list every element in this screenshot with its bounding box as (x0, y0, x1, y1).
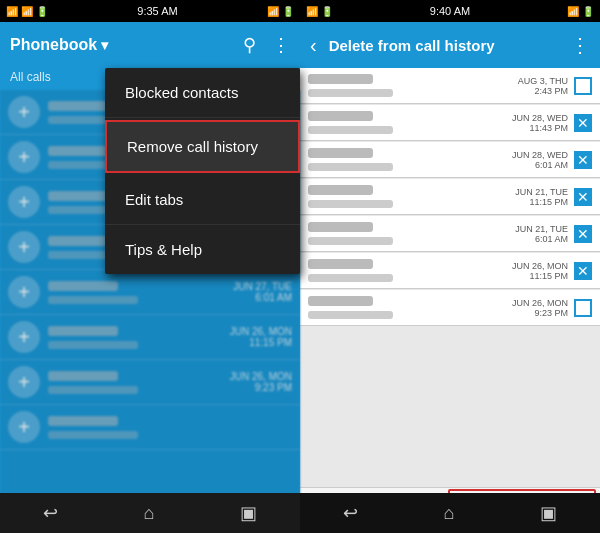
add-contact-btn[interactable]: + (8, 411, 40, 443)
list-item: + JUN 27, TUE 6:01 AM (0, 270, 300, 315)
delete-caller-number (308, 311, 393, 319)
add-contact-btn[interactable]: + (8, 366, 40, 398)
right-screen-title: Delete from call history (329, 37, 562, 54)
call-info (48, 416, 292, 439)
delete-item-day: JUN 21, TUE (515, 224, 568, 234)
right-more-icon[interactable]: ⋮ (570, 33, 590, 57)
search-icon[interactable]: ⚲ (243, 34, 256, 56)
add-contact-btn[interactable]: + (8, 231, 40, 263)
add-contact-btn[interactable]: + (8, 186, 40, 218)
back-button[interactable]: ‹ (310, 34, 317, 57)
left-time: 9:35 AM (137, 5, 177, 17)
delete-item-info (308, 222, 515, 245)
right-panel: 📶 🔋 9:40 AM 📶 🔋 ‹ Delete from call histo… (300, 0, 600, 493)
select-checkbox[interactable]: ✕ (574, 262, 592, 280)
add-contact-btn[interactable]: + (8, 321, 40, 353)
signal-icon: 📶 (6, 6, 18, 17)
right-status-icons-left: 📶 🔋 (267, 6, 294, 17)
delete-item-time: 9:23 PM (512, 308, 568, 318)
delete-item-time: 11:15 PM (515, 197, 568, 207)
recent-nav-icon[interactable]: ▣ (240, 502, 257, 524)
delete-item-info (308, 259, 512, 282)
battery2-icon: 🔋 (282, 6, 294, 17)
caller-name (48, 371, 118, 381)
delete-list-item[interactable]: JUN 26, MON 11:15 PM ✕ (300, 253, 600, 289)
left-panel: 📶 📶 🔋 9:35 AM 📶 🔋 Phonebook ▾ ⚲ (0, 0, 300, 493)
delete-list: AUG 3, THU 2:43 PM JUN 28, WED 11:43 PM … (300, 68, 600, 487)
caller-name (48, 326, 118, 336)
delete-list-item[interactable]: AUG 3, THU 2:43 PM (300, 68, 600, 104)
select-checkbox[interactable] (574, 77, 592, 95)
delete-item-info (308, 148, 512, 171)
caller-number (48, 296, 138, 304)
delete-item-day: JUN 26, MON (512, 261, 568, 271)
delete-item-day: JUN 26, MON (512, 298, 568, 308)
more-icon[interactable]: ⋮ (272, 34, 290, 56)
right-toolbar: ‹ Delete from call history ⋮ (300, 22, 600, 68)
add-contact-btn[interactable]: + (8, 96, 40, 128)
list-item: + (0, 405, 300, 450)
home-nav-icon[interactable]: ⌂ (144, 503, 155, 524)
caller-number (48, 431, 138, 439)
call-info (48, 371, 230, 394)
call-date: JUN 27, TUE 6:01 AM (233, 281, 292, 303)
menu-item-tips-help[interactable]: Tips & Help (105, 225, 300, 274)
left-toolbar: Phonebook ▾ ⚲ ⋮ (0, 22, 300, 68)
add-contact-btn[interactable]: + (8, 141, 40, 173)
right-status-icons: 📶 🔋 (306, 6, 333, 17)
delete-caller-number (308, 274, 393, 282)
select-checkbox[interactable]: ✕ (574, 114, 592, 132)
select-checkbox[interactable] (574, 299, 592, 317)
delete-item-time: 6:01 AM (512, 160, 568, 170)
delete-caller-name (308, 74, 373, 84)
delete-item-time: 11:43 PM (512, 123, 568, 133)
call-time: 11:15 PM (230, 337, 292, 348)
select-checkbox[interactable]: ✕ (574, 151, 592, 169)
caller-name (48, 281, 118, 291)
delete-item-info (308, 74, 518, 97)
delete-caller-name (308, 185, 373, 195)
delete-list-item[interactable]: JUN 21, TUE 6:01 AM ✕ (300, 216, 600, 252)
delete-item-day: AUG 3, THU (518, 76, 568, 86)
delete-list-item[interactable]: JUN 28, WED 6:01 AM ✕ (300, 142, 600, 178)
recent-nav-icon-right[interactable]: ▣ (540, 502, 557, 524)
home-nav-icon-right[interactable]: ⌂ (444, 503, 455, 524)
delete-item-day: JUN 21, TUE (515, 187, 568, 197)
back-nav-icon-right[interactable]: ↩ (343, 502, 358, 524)
call-time: 6:01 AM (233, 292, 292, 303)
menu-item-blocked-contacts[interactable]: Blocked contacts (105, 68, 300, 118)
right-battery2-icon: 🔋 (582, 6, 594, 17)
menu-item-remove-call-history[interactable]: Remove call history (105, 120, 300, 173)
delete-caller-name (308, 111, 373, 121)
app-title-container[interactable]: Phonebook ▾ (10, 36, 235, 54)
delete-caller-number (308, 163, 393, 171)
delete-list-item[interactable]: JUN 28, WED 11:43 PM ✕ (300, 105, 600, 141)
call-info (48, 281, 233, 304)
delete-caller-name (308, 259, 373, 269)
delete-item-date: JUN 28, WED 6:01 AM (512, 150, 568, 170)
right-nav-bar: ↩ ⌂ ▣ (300, 493, 600, 533)
delete-item-info (308, 111, 512, 134)
menu-item-edit-tabs[interactable]: Edit tabs (105, 175, 300, 225)
delete-caller-number (308, 237, 393, 245)
delete-list-item[interactable]: JUN 26, MON 9:23 PM (300, 290, 600, 326)
back-nav-icon[interactable]: ↩ (43, 502, 58, 524)
call-date: JUN 26, MON 9:23 PM (230, 371, 292, 393)
select-checkbox[interactable]: ✕ (574, 225, 592, 243)
right-signal2-icon: 📶 (567, 6, 579, 17)
delete-caller-number (308, 200, 393, 208)
delete-item-time: 2:43 PM (518, 86, 568, 96)
select-checkbox[interactable]: ✕ (574, 188, 592, 206)
delete-item-day: JUN 28, WED (512, 150, 568, 160)
delete-caller-name (308, 222, 373, 232)
delete-item-date: JUN 21, TUE 11:15 PM (515, 187, 568, 207)
battery-icon: 🔋 (36, 6, 48, 17)
call-info (48, 326, 230, 349)
delete-list-item[interactable]: JUN 21, TUE 11:15 PM ✕ (300, 179, 600, 215)
caller-name (48, 416, 118, 426)
delete-caller-number (308, 126, 393, 134)
list-item: + JUN 26, MON 9:23 PM (0, 360, 300, 405)
add-contact-btn[interactable]: + (8, 276, 40, 308)
right-signal-icon: 📶 (306, 6, 318, 17)
dropdown-arrow: ▾ (101, 37, 108, 53)
